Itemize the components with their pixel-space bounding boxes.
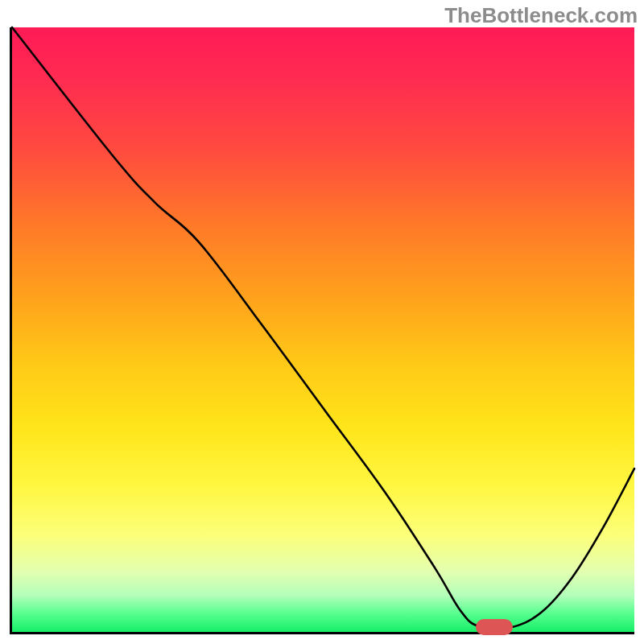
bottleneck-curve bbox=[12, 27, 634, 630]
curve-layer bbox=[12, 27, 634, 632]
optimal-marker bbox=[476, 619, 513, 635]
plot-area bbox=[10, 27, 634, 634]
watermark-text: TheBottleneck.com bbox=[444, 3, 638, 28]
chart-container: TheBottleneck.com bbox=[0, 0, 644, 644]
